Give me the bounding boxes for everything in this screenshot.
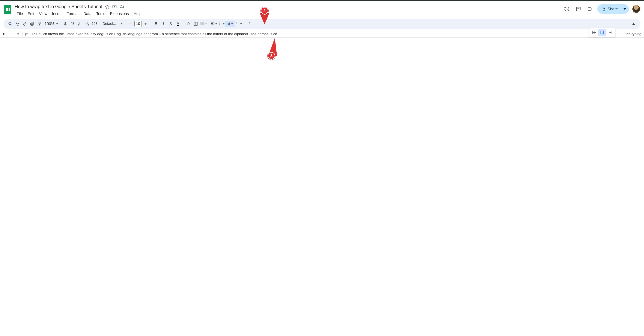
currency-button[interactable]: $	[62, 20, 69, 27]
bold-button[interactable]: B	[153, 20, 160, 27]
svg-point-15	[249, 22, 250, 23]
separator	[125, 21, 126, 26]
italic-button[interactable]: I	[160, 20, 167, 27]
svg-point-3	[9, 22, 11, 25]
increase-decimal-button[interactable]: .00	[84, 20, 91, 27]
share-button[interactable]: Share	[597, 7, 622, 11]
more-toolbar-button[interactable]	[246, 20, 253, 27]
header: How to wrap text in Google Sheets Tutori…	[0, 1, 644, 17]
svg-point-10	[190, 25, 190, 25]
share-button-group: Share	[597, 4, 629, 14]
menu-data[interactable]: Data	[81, 11, 94, 17]
redo-button[interactable]	[22, 20, 28, 27]
strikethrough-button[interactable]: S	[167, 20, 174, 27]
menu-edit[interactable]: Edit	[26, 11, 36, 17]
menu-format[interactable]: Format	[64, 11, 81, 17]
vertical-align-button[interactable]	[218, 22, 225, 26]
history-icon[interactable]	[562, 5, 571, 13]
comments-icon[interactable]	[574, 5, 583, 13]
separator	[60, 21, 60, 26]
menu-insert[interactable]: Insert	[50, 11, 64, 17]
percent-button[interactable]: %	[69, 20, 76, 27]
search-menus-button[interactable]	[7, 20, 14, 27]
svg-text:.0: .0	[78, 22, 80, 24]
formula-bar[interactable]: fx "The quick brown fox jumps over the l…	[22, 32, 644, 36]
svg-text:A: A	[236, 22, 237, 25]
menu-bar: FileEditViewInsertFormatDataToolsExtensi…	[14, 11, 560, 17]
zoom-dropdown[interactable]: 100%	[43, 22, 58, 26]
text-rotation-button[interactable]: A	[235, 22, 242, 26]
text-wrap-dropdown	[589, 28, 615, 37]
formula-content: "The quick brown fox jumps over the lazy…	[30, 32, 622, 36]
toolbar: 100% $ % .0 .00 123 Defaul... − + B I S …	[4, 19, 640, 29]
title-area: How to wrap text in Google Sheets Tutori…	[14, 3, 560, 17]
borders-button[interactable]	[192, 20, 199, 27]
name-box[interactable]: B2	[0, 32, 22, 36]
share-dropdown[interactable]	[622, 4, 629, 14]
separator	[208, 21, 209, 26]
merge-cells-button[interactable]	[200, 22, 207, 26]
text-wrap-button[interactable]	[225, 21, 234, 27]
svg-rect-7	[38, 22, 40, 23]
increase-font-size-button[interactable]: +	[142, 20, 149, 27]
chevron-down-icon	[231, 23, 233, 25]
app-logo[interactable]	[4, 4, 12, 15]
fill-color-button[interactable]	[185, 20, 192, 27]
star-icon[interactable]	[105, 4, 110, 9]
menu-tools[interactable]: Tools	[94, 11, 108, 17]
print-button[interactable]	[29, 20, 36, 27]
move-icon[interactable]	[112, 4, 117, 9]
more-formats-button[interactable]: 123	[91, 20, 98, 27]
wrap-option-overflow[interactable]	[590, 29, 598, 36]
svg-rect-5	[31, 23, 34, 25]
svg-text:.00: .00	[85, 22, 88, 24]
wrap-option-clip[interactable]	[606, 29, 614, 36]
name-formula-row: B2 fx "The quick brown fox jumps over th…	[0, 31, 644, 38]
font-name: Defaul...	[102, 22, 120, 26]
svg-point-16	[249, 24, 250, 24]
svg-marker-19	[260, 13, 269, 25]
chevron-down-icon	[120, 23, 123, 25]
formula-trailing: uch-typing	[624, 32, 642, 36]
zoom-value: 100%	[43, 22, 56, 26]
paint-format-button[interactable]	[36, 20, 43, 27]
menu-view[interactable]: View	[37, 11, 50, 17]
separator	[183, 21, 183, 26]
font-family-dropdown[interactable]: Defaul...	[102, 22, 124, 26]
collapse-toolbar-button[interactable]	[630, 20, 637, 27]
menu-help[interactable]: Help	[132, 11, 144, 17]
svg-rect-2	[603, 9, 605, 10]
font-size-input[interactable]	[134, 21, 142, 27]
menu-extensions[interactable]: Extensions	[108, 11, 131, 17]
separator	[100, 21, 100, 26]
chevron-down-icon	[222, 23, 225, 25]
toolbar-container: 100% $ % .0 .00 123 Defaul... − + B I S …	[0, 17, 644, 31]
chevron-down-icon	[215, 23, 218, 25]
wrap-icon	[226, 22, 230, 26]
chevron-down-icon	[205, 23, 207, 25]
header-right: Share	[562, 3, 640, 14]
share-label: Share	[608, 7, 618, 11]
undo-button[interactable]	[14, 20, 21, 27]
title-row: How to wrap text in Google Sheets Tutori…	[14, 3, 560, 10]
document-title[interactable]: How to wrap text in Google Sheets Tutori…	[14, 4, 102, 10]
chevron-down-icon	[17, 34, 19, 35]
account-avatar[interactable]	[632, 5, 640, 13]
chevron-down-icon	[56, 23, 58, 25]
wrap-option-wrap[interactable]	[598, 29, 606, 36]
svg-point-17	[249, 25, 250, 25]
decrease-font-size-button[interactable]: −	[127, 20, 134, 27]
menu-file[interactable]: File	[14, 11, 25, 17]
sheets-icon	[4, 5, 11, 14]
chevron-down-icon	[624, 8, 626, 10]
cloud-status-icon[interactable]	[120, 4, 124, 9]
chevron-down-icon	[240, 23, 242, 25]
horizontal-align-button[interactable]	[210, 22, 218, 26]
text-color-button[interactable]: A	[174, 20, 181, 27]
separator	[151, 21, 151, 26]
meet-icon[interactable]	[586, 5, 594, 13]
decrease-decimal-button[interactable]: .0	[76, 20, 84, 27]
separator	[244, 21, 244, 26]
svg-rect-1	[588, 8, 591, 11]
name-box-value: B2	[3, 32, 8, 36]
